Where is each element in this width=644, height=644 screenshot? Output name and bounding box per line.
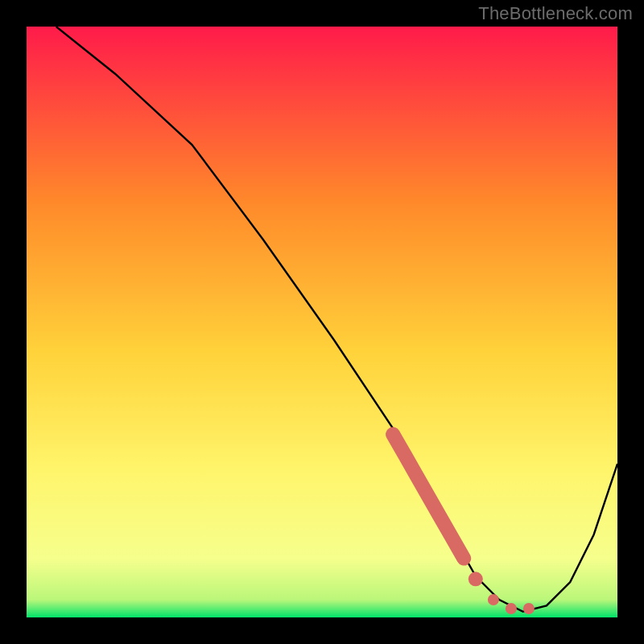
marker-dot bbox=[523, 603, 535, 614]
marker-dot bbox=[469, 572, 483, 586]
watermark-text: TheBottleneck.com bbox=[478, 3, 633, 24]
plot-svg bbox=[27, 27, 617, 617]
chart-frame: TheBottleneck.com bbox=[0, 0, 644, 644]
marker-dot bbox=[506, 603, 517, 614]
marker-dot bbox=[488, 594, 499, 605]
plot-area bbox=[27, 27, 617, 617]
